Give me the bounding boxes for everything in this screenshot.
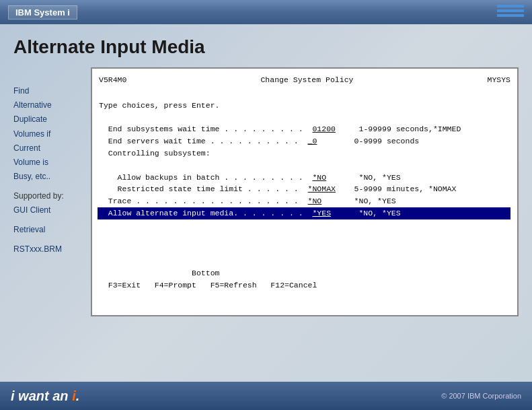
terminal-blank6 <box>99 255 510 267</box>
sidebar-item: Current <box>13 142 91 155</box>
terminal-row-allow-backups: Allow backups in batch . . . . . . . . .… <box>99 172 510 184</box>
terminal-row-end-servers: End servers wait time . . . . . . . . . … <box>99 135 510 147</box>
copyright-text: © 2007 IBM Corporation <box>441 392 521 400</box>
content-layout: Find Alternative Duplicate Volumes if Cu… <box>13 67 519 316</box>
sidebar-retrieval: Retrieval <box>13 224 91 236</box>
sidebar-item: Busy, etc.. <box>13 170 91 183</box>
top-bar: IBM System i <box>0 0 532 24</box>
terminal-bottom-label: Bottom <box>99 267 510 279</box>
terminal-blank3 <box>99 219 510 232</box>
sidebar-item: Alternative <box>13 99 91 112</box>
sidebar-gui-client: GUI Client <box>13 204 91 217</box>
terminal-box: V5R4M0 Change System Policy MYSYS Type c… <box>91 67 519 316</box>
terminal-instruction <box>99 88 510 100</box>
restricted-state-value[interactable]: *NOMAX <box>308 184 336 193</box>
terminal-row-allow-alternate: Allow alternate input media. . . . . . .… <box>98 207 510 219</box>
sidebar-item: Find <box>13 85 91 98</box>
sidebar-item: Volumes if <box>13 128 91 141</box>
sidebar-item: Duplicate <box>13 113 91 126</box>
ibm-logo-icon <box>497 5 524 20</box>
terminal-screen-title: Change System Policy <box>260 74 353 86</box>
terminal-header: V5R4M0 Change System Policy MYSYS <box>99 74 510 86</box>
terminal-controlling-label: Controlling subsystem: <box>99 147 510 160</box>
terminal-blank2 <box>99 160 510 172</box>
bottom-brand: i want an i. <box>11 388 79 404</box>
terminal-blank1 <box>99 111 510 123</box>
main-area: Alternate Input Media Find Alternative D… <box>0 24 532 382</box>
svg-rect-0 <box>497 5 524 7</box>
terminal-row-end-subsystems: End subsystems wait time . . . . . . . .… <box>99 123 510 135</box>
terminal-row-restricted-state: Restricted state time limit . . . . . . … <box>99 183 510 195</box>
terminal-instruction-text: Type choices, press Enter. <box>99 100 510 112</box>
terminal-system-name: MYSYS <box>487 74 510 86</box>
brand-text: i want an <box>11 388 72 403</box>
terminal-blank5 <box>99 243 510 255</box>
brand-period: . <box>76 388 80 403</box>
allow-alternate-value[interactable]: *YES <box>312 209 331 217</box>
svg-rect-1 <box>497 9 524 12</box>
sidebar-item: Volume is <box>13 156 91 169</box>
end-subsystems-value[interactable]: 01200 <box>312 125 336 133</box>
svg-rect-2 <box>497 14 524 17</box>
terminal-system-label: V5R4M0 <box>99 74 126 86</box>
sidebar: Find Alternative Duplicate Volumes if Cu… <box>13 67 91 316</box>
sidebar-rstbRM: RSTxxx.BRM <box>13 243 91 256</box>
system-title: IBM System i <box>8 5 77 20</box>
end-servers-value[interactable]: _0 <box>308 137 317 145</box>
page-title: Alternate Input Media <box>13 36 519 58</box>
allow-backups-value[interactable]: *NO <box>312 173 326 182</box>
bottom-bar: i want an i. © 2007 IBM Corporation <box>0 382 532 410</box>
terminal-function-keys: F3=Exit F4=Prompt F5=Refresh F12=Cancel <box>99 279 510 292</box>
trace-value[interactable]: *NO <box>308 197 322 205</box>
terminal-row-trace: Trace . . . . . . . . . . . . . . . . . … <box>99 195 510 207</box>
sidebar-supported-label: Supported by: <box>13 190 91 203</box>
terminal-blank4 <box>99 232 510 244</box>
